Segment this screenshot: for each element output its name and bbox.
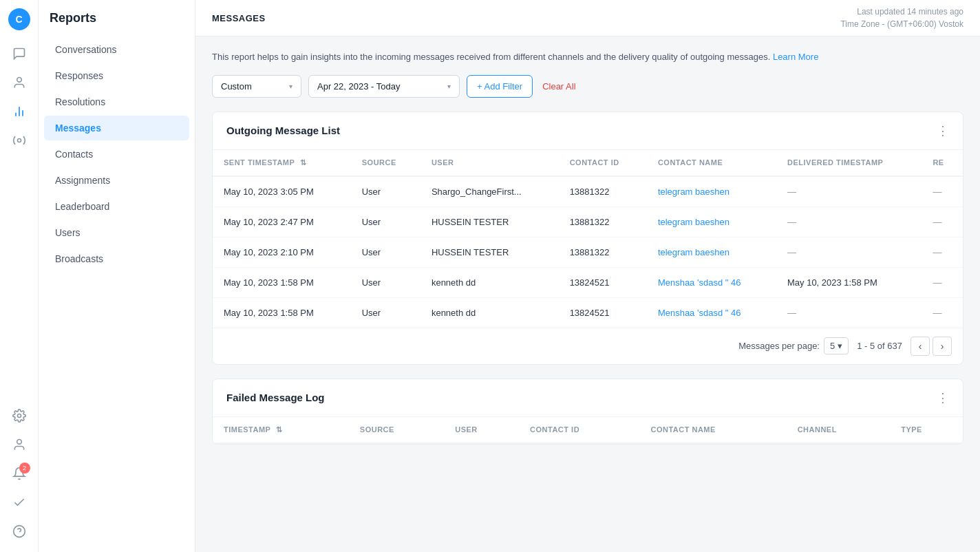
cell-source: User (351, 267, 420, 297)
outgoing-card-title: Outgoing Message List (226, 125, 340, 136)
cell-contact-name[interactable]: telegram baeshen (647, 237, 776, 267)
col-user: USER (420, 150, 559, 176)
failed-table-wrap: TIMESTAMP ⇅ SOURCE USER CONTACT ID CONTA… (213, 417, 963, 444)
col-timestamp: TIMESTAMP ⇅ (213, 417, 349, 443)
notifications-icon[interactable]: 2 (7, 461, 32, 486)
outgoing-message-card: Outgoing Message List ⋮ SENT TIMESTAMP ⇅… (212, 112, 963, 365)
app-logo: C (8, 8, 30, 30)
outgoing-table-wrap: SENT TIMESTAMP ⇅ SOURCE USER CONTACT ID … (213, 150, 963, 328)
page-nav: ‹ › (910, 337, 952, 356)
cell-contact-name[interactable]: telegram baeshen (647, 176, 776, 207)
svg-point-5 (17, 414, 21, 418)
col-source: SOURCE (349, 417, 444, 443)
settings-icon[interactable] (7, 403, 32, 428)
per-page-value: 5 (830, 341, 835, 351)
per-page-label: Messages per page: (738, 341, 820, 351)
failed-message-card: Failed Message Log ⋮ TIMESTAMP ⇅ SOURCE … (212, 379, 963, 445)
filter-date-range[interactable]: Apr 22, 2023 - Today ▾ (308, 75, 460, 98)
col-source: SOURCE (351, 150, 420, 176)
cell-source: User (351, 297, 420, 328)
integrations-icon[interactable] (7, 128, 32, 153)
cell-re: — (922, 176, 963, 207)
cell-contact-name[interactable]: Menshaa 'sdasd " 46 (647, 267, 776, 297)
col-channel: CHANNEL (787, 417, 891, 443)
cell-user: kenneth dd (420, 267, 559, 297)
topbar: MESSAGES Last updated 14 minutes ago Tim… (195, 0, 980, 36)
cell-contact-name[interactable]: Menshaa 'sdasd " 46 (647, 297, 776, 328)
reports-icon[interactable] (7, 99, 32, 124)
prev-page-button[interactable]: ‹ (910, 337, 930, 356)
sidebar-item-users[interactable]: Users (44, 220, 189, 245)
cell-re: — (922, 267, 963, 297)
cell-user: Shargo_ChangeFirst... (420, 176, 559, 207)
table-row: May 10, 2023 1:58 PM User kenneth dd 138… (213, 297, 963, 328)
cell-source: User (351, 237, 420, 267)
profile-icon[interactable] (7, 432, 32, 457)
cell-delivered-timestamp: — (776, 176, 922, 207)
failed-card-title: Failed Message Log (226, 392, 325, 403)
chevron-down-icon: ▾ (447, 83, 451, 90)
col-user: USER (444, 417, 519, 443)
table-row: May 10, 2023 2:47 PM User HUSSEIN TESTER… (213, 206, 963, 237)
outgoing-card-header: Outgoing Message List ⋮ (213, 112, 963, 150)
col-contact-id: CONTACT ID (519, 417, 639, 443)
cell-contact-name[interactable]: telegram baeshen (647, 206, 776, 237)
cell-source: User (351, 176, 420, 207)
outgoing-table: SENT TIMESTAMP ⇅ SOURCE USER CONTACT ID … (213, 150, 963, 328)
sidebar-item-conversations[interactable]: Conversations (44, 37, 189, 62)
sidebar-item-assignments[interactable]: Assignments (44, 168, 189, 193)
cell-re: — (922, 206, 963, 237)
svg-point-6 (17, 440, 21, 445)
filter-type-select[interactable]: Custom ▾ (212, 75, 301, 98)
cell-sent-timestamp: May 10, 2023 1:58 PM (213, 267, 351, 297)
help-icon[interactable] (7, 519, 32, 544)
svg-point-0 (17, 78, 21, 83)
cell-re: — (922, 237, 963, 267)
conversations-icon[interactable] (7, 41, 32, 66)
icon-bar: C 2 (0, 0, 39, 552)
cell-contact-id: 13824521 (559, 297, 647, 328)
more-options-icon[interactable]: ⋮ (937, 390, 949, 405)
clear-all-button[interactable]: Clear All (540, 76, 578, 97)
date-range-label: Apr 22, 2023 - Today (317, 81, 400, 92)
chevron-down-icon: ▾ (289, 83, 292, 90)
filter-icon: ⇅ (276, 425, 283, 434)
sidebar-item-responses[interactable]: Responses (44, 63, 189, 88)
svg-point-4 (17, 139, 21, 142)
table-row: May 10, 2023 1:58 PM User kenneth dd 138… (213, 267, 963, 297)
notification-badge: 2 (19, 463, 30, 474)
next-page-button[interactable]: › (933, 337, 952, 356)
content-area: This report helps to gain insights into … (195, 36, 980, 552)
cell-sent-timestamp: May 10, 2023 3:05 PM (213, 176, 351, 207)
cell-delivered-timestamp: May 10, 2023 1:58 PM (776, 267, 922, 297)
topbar-meta: Last updated 14 minutes ago Time Zone - … (840, 6, 963, 30)
sidebar-item-resolutions[interactable]: Resolutions (44, 89, 189, 114)
sidebar-item-leaderboard[interactable]: Leaderboard (44, 194, 189, 219)
cell-delivered-timestamp: — (776, 237, 922, 267)
cell-user: kenneth dd (420, 297, 559, 328)
outgoing-pagination: Messages per page: 5 ▾ 1 - 5 of 637 ‹ › (213, 328, 963, 364)
col-sent-timestamp: SENT TIMESTAMP ⇅ (213, 150, 351, 176)
sidebar-item-broadcasts[interactable]: Broadcasts (44, 246, 189, 271)
chevron-down-icon: ▾ (838, 341, 842, 351)
cell-contact-id: 13881322 (559, 237, 647, 267)
more-options-icon[interactable]: ⋮ (937, 123, 949, 138)
cell-source: User (351, 206, 420, 237)
cell-sent-timestamp: May 10, 2023 2:47 PM (213, 206, 351, 237)
add-filter-button[interactable]: + Add Filter (467, 75, 533, 98)
sidebar-item-messages[interactable]: Messages (44, 116, 189, 140)
sidebar: Reports Conversations Responses Resoluti… (39, 0, 195, 552)
sidebar-item-contacts[interactable]: Contacts (44, 142, 189, 167)
cell-contact-id: 13881322 (559, 176, 647, 207)
cell-re: — (922, 297, 963, 328)
learn-more-link[interactable]: Learn More (773, 52, 818, 62)
cell-sent-timestamp: May 10, 2023 2:10 PM (213, 237, 351, 267)
col-type: TYPE (890, 417, 963, 443)
per-page-box[interactable]: 5 ▾ (824, 337, 849, 354)
col-delivered-timestamp: DELIVERED TIMESTAMP (776, 150, 922, 176)
cell-user: HUSSEIN TESTER (420, 206, 559, 237)
check-icon[interactable] (7, 490, 32, 515)
cell-delivered-timestamp: — (776, 297, 922, 328)
main-content: MESSAGES Last updated 14 minutes ago Tim… (195, 0, 980, 552)
contacts-icon[interactable] (7, 70, 32, 95)
